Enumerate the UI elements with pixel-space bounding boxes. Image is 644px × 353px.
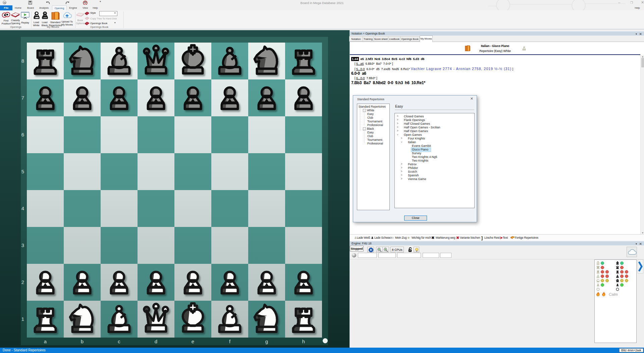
svg-text:W: W xyxy=(3,1,6,4)
